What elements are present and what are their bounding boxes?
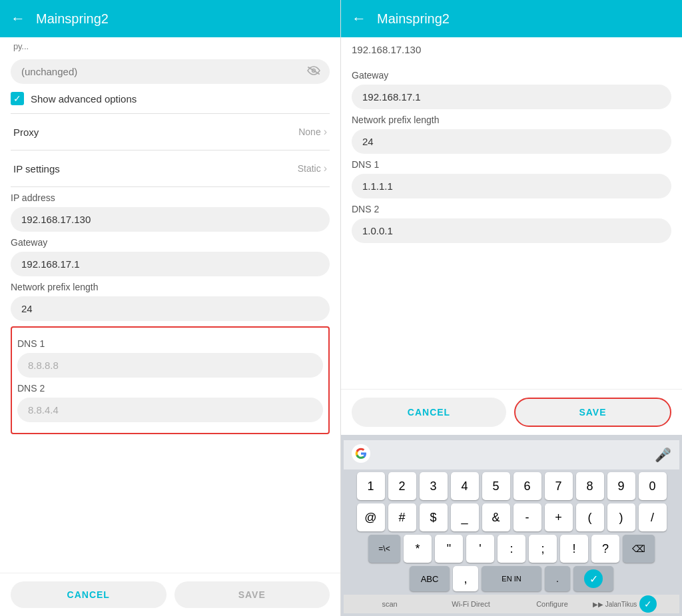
key-ampersand[interactable]: & — [482, 503, 510, 531]
dns2-label: DNS 2 — [17, 383, 323, 394]
key-slash[interactable]: / — [639, 503, 667, 531]
key-dollar[interactable]: $ — [420, 503, 448, 531]
key-colon[interactable]: : — [498, 535, 525, 563]
network-prefix-input[interactable] — [11, 296, 330, 321]
right-cancel-button[interactable]: CANCEL — [352, 398, 506, 427]
key-doublequote[interactable]: " — [435, 535, 463, 563]
left-save-button[interactable]: SAVE — [174, 581, 330, 608]
jalan-tikus-logo: ▶▶ JalanTikus — [593, 601, 637, 608]
gateway-input[interactable] — [11, 252, 330, 276]
password-row — [11, 59, 330, 84]
right-bottom-buttons: CANCEL SAVE — [341, 389, 682, 435]
key-0[interactable]: 0 — [639, 472, 667, 500]
dns-highlighted-section: DNS 1 DNS 2 — [11, 326, 330, 434]
dns1-input[interactable] — [17, 353, 323, 378]
keyboard: 🎤 1 2 3 4 5 6 7 8 9 0 @ # $ _ & - + ( ) … — [341, 435, 682, 616]
checkbox-check-icon: ✓ — [13, 93, 21, 104]
bottom-more[interactable]: ▶▶ JalanTikus ✓ — [593, 595, 674, 613]
proxy-row[interactable]: Proxy None › — [11, 117, 330, 147]
en-in-key[interactable]: EN IN — [482, 566, 541, 591]
top-ip-row: 192.168.17.130 — [352, 37, 671, 65]
right-network-prefix-label: Network prefix length — [352, 115, 671, 125]
key-underscore[interactable]: _ — [451, 503, 479, 531]
proxy-value: None › — [298, 126, 327, 138]
keyboard-row-symbols: @ # $ _ & - + ( ) / — [344, 503, 679, 531]
left-panel: ← Mainspring2 ру... ✓ Show advanced opti… — [0, 0, 341, 616]
show-advanced-row[interactable]: ✓ Show advanced options — [11, 92, 330, 105]
proxy-chevron-icon: › — [324, 126, 327, 138]
advanced-checkbox[interactable]: ✓ — [11, 92, 24, 105]
left-partial-top: ру... — [11, 37, 330, 51]
right-gateway-label: Gateway — [352, 70, 671, 81]
key-minus[interactable]: - — [513, 503, 541, 531]
gateway-label: Gateway — [11, 237, 330, 248]
dot-key[interactable]: . — [545, 566, 570, 591]
abc-key[interactable]: ABC — [410, 566, 450, 591]
ip-settings-value: Static › — [298, 162, 327, 174]
right-save-button[interactable]: SAVE — [514, 398, 671, 427]
dns1-section: DNS 1 — [17, 338, 323, 378]
right-header-title: Mainspring2 — [377, 11, 450, 27]
comma-key[interactable]: , — [453, 566, 478, 591]
dns1-label: DNS 1 — [17, 338, 323, 349]
key-rparen[interactable]: ) — [607, 503, 635, 531]
dns2-input[interactable] — [17, 398, 323, 422]
key-asterisk[interactable]: * — [404, 535, 432, 563]
key-9[interactable]: 9 — [607, 472, 635, 500]
key-hash[interactable]: # — [388, 503, 416, 531]
gateway-section: Gateway — [11, 237, 330, 276]
key-6[interactable]: 6 — [513, 472, 541, 500]
right-gateway-input[interactable] — [352, 85, 671, 109]
ip-address-input[interactable] — [11, 207, 330, 232]
ip-address-section: IP address — [11, 192, 330, 232]
top-ip-value: 192.168.17.130 — [352, 43, 671, 57]
left-header: ← Mainspring2 — [0, 0, 340, 37]
bottom-scan[interactable]: scan — [349, 600, 430, 608]
keyboard-row-bottom: ABC , EN IN . ✓ — [344, 566, 679, 591]
right-dns1-input[interactable] — [352, 174, 671, 198]
right-gateway-section: Gateway — [352, 70, 671, 109]
key-semicolon[interactable]: ; — [529, 535, 557, 563]
key-equals-backslash[interactable]: =\< — [368, 535, 400, 563]
ip-settings-row[interactable]: IP settings Static › — [11, 153, 330, 184]
bottom-configure[interactable]: Configure — [512, 600, 593, 608]
right-dns2-input[interactable] — [352, 218, 671, 243]
key-2[interactable]: 2 — [388, 472, 416, 500]
left-back-button[interactable]: ← — [11, 10, 25, 27]
mic-icon[interactable]: 🎤 — [655, 447, 671, 463]
eye-off-icon[interactable] — [307, 65, 320, 79]
network-prefix-section: Network prefix length — [11, 282, 330, 321]
left-bottom-buttons: CANCEL SAVE — [0, 573, 340, 616]
keyboard-row-more-symbols: =\< * " ' : ; ! ? ⌫ — [344, 535, 679, 563]
left-cancel-button[interactable]: CANCEL — [11, 581, 167, 608]
password-input[interactable] — [11, 59, 330, 84]
key-at[interactable]: @ — [357, 503, 385, 531]
bottom-nav-bar: scan Wi-Fi Direct Configure ▶▶ JalanTiku… — [344, 595, 679, 613]
backspace-key[interactable]: ⌫ — [623, 535, 655, 563]
right-back-button[interactable]: ← — [352, 10, 366, 27]
dns2-section: DNS 2 — [17, 383, 323, 422]
key-5[interactable]: 5 — [482, 472, 510, 500]
bottom-wifi-direct[interactable]: Wi-Fi Direct — [430, 600, 512, 608]
network-prefix-label: Network prefix length — [11, 282, 330, 292]
key-8[interactable]: 8 — [576, 472, 604, 500]
key-4[interactable]: 4 — [451, 472, 479, 500]
key-exclaim[interactable]: ! — [560, 535, 588, 563]
jalan-check-icon: ✓ — [639, 595, 657, 613]
key-7[interactable]: 7 — [545, 472, 573, 500]
key-singlequote[interactable]: ' — [466, 535, 494, 563]
right-panel: ← Mainspring2 192.168.17.130 Gateway Net… — [341, 0, 682, 616]
done-key[interactable]: ✓ — [573, 566, 613, 591]
right-network-prefix-input[interactable] — [352, 129, 671, 154]
show-advanced-label: Show advanced options — [31, 93, 137, 105]
key-lparen[interactable]: ( — [576, 503, 604, 531]
key-3[interactable]: 3 — [420, 472, 448, 500]
right-header: ← Mainspring2 — [341, 0, 682, 37]
right-dns2-section: DNS 2 — [352, 204, 671, 243]
key-plus[interactable]: + — [545, 503, 573, 531]
key-question[interactable]: ? — [591, 535, 619, 563]
key-1[interactable]: 1 — [357, 472, 385, 500]
keyboard-toolbar: 🎤 — [344, 440, 679, 469]
divider-1 — [11, 113, 330, 114]
divider-3 — [11, 186, 330, 187]
